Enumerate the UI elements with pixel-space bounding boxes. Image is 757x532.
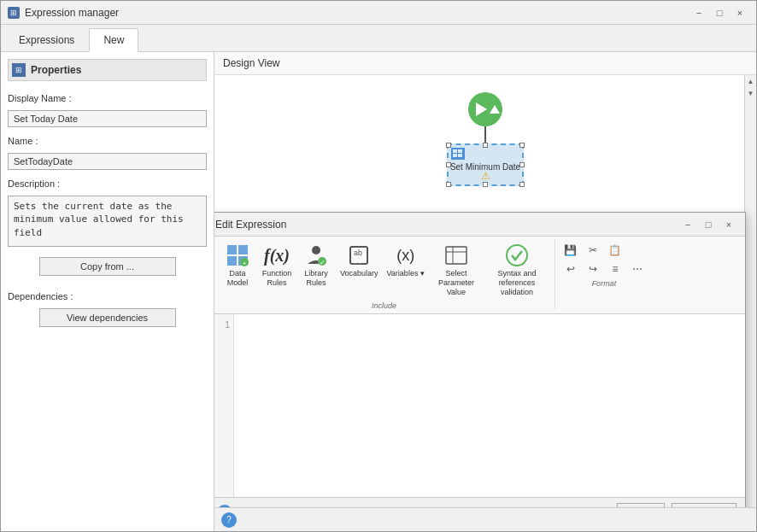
- data-model-icon: +: [224, 242, 251, 269]
- design-view-header: Design View: [214, 52, 756, 75]
- window-icon: ⊞: [8, 7, 20, 19]
- toolbar-syntax-validation[interactable]: Syntax and references validation: [484, 240, 549, 298]
- node-grid-icon: [453, 149, 463, 158]
- main-help-button[interactable]: ?: [221, 512, 237, 528]
- panel-title: Properties: [31, 64, 81, 76]
- bottom-bar: ?: [214, 507, 756, 531]
- vocabulary-label: Vocabulary: [340, 269, 378, 278]
- main-content: ⊞ Properties Display Name : Name : Descr…: [1, 52, 756, 531]
- svg-rect-4: [458, 154, 462, 157]
- resize-handle-bm[interactable]: [483, 182, 488, 187]
- svg-point-11: [312, 246, 320, 254]
- dialog-title: Edit Expression: [215, 219, 286, 231]
- copy-button[interactable]: 📋: [605, 242, 625, 259]
- toolbar-data-model[interactable]: + DataModel: [219, 240, 256, 298]
- title-bar: ⊞ Expression manager − □ ×: [1, 1, 756, 25]
- select-parameter-icon: [443, 242, 470, 269]
- resize-handle-bl[interactable]: [446, 182, 451, 187]
- resize-handle-mr[interactable]: [519, 162, 525, 167]
- title-controls: − □ ×: [690, 5, 749, 20]
- window-title: Expression manager: [25, 7, 119, 19]
- format-group: 💾 ✂ 📋 ↩ ↪ ≡ ⋯: [557, 240, 651, 310]
- library-rules-icon: ✓: [302, 242, 330, 269]
- svg-rect-17: [446, 247, 467, 264]
- view-dependencies-button[interactable]: View dependencies: [39, 308, 176, 327]
- resize-handle-tm[interactable]: [483, 143, 488, 148]
- resize-handle-br[interactable]: [519, 182, 525, 187]
- scroll-down-arrow[interactable]: ▼: [745, 87, 756, 99]
- cancel-button[interactable]: Cancel: [672, 503, 736, 507]
- editor-area: 1: [214, 314, 745, 497]
- svg-text:ab: ab: [354, 248, 362, 257]
- right-panel: Design View ▲ ▼: [214, 52, 756, 531]
- resize-handle-ml[interactable]: [446, 162, 451, 167]
- data-model-label: DataModel: [227, 269, 249, 288]
- code-editor[interactable]: [234, 314, 745, 497]
- dialog-controls: − □ ×: [678, 217, 738, 232]
- function-rules-label: FunctionRules: [262, 269, 292, 288]
- svg-point-20: [507, 245, 527, 266]
- svg-rect-1: [453, 149, 457, 153]
- close-button[interactable]: ×: [731, 5, 749, 20]
- display-name-label: Display Name :: [8, 93, 207, 103]
- svg-marker-0: [476, 102, 487, 116]
- include-group-label: Include: [372, 301, 396, 310]
- description-textarea[interactable]: Sets the current date as the minimum val…: [8, 196, 207, 247]
- svg-rect-7: [227, 256, 237, 266]
- minimize-button[interactable]: −: [690, 5, 708, 20]
- dialog-maximize-button[interactable]: □: [699, 217, 718, 232]
- description-label: Description :: [8, 178, 207, 189]
- design-scrollbar[interactable]: ▲ ▼: [744, 75, 756, 507]
- format-button[interactable]: ≡: [605, 260, 625, 278]
- footer-right: Ok Cancel: [617, 503, 736, 507]
- select-parameter-label: Select Parameter Value: [433, 269, 479, 296]
- svg-rect-3: [453, 154, 457, 157]
- resize-handle-tl[interactable]: [446, 143, 451, 148]
- toolbar-group-include: + DataModel f(x): [214, 240, 555, 310]
- tab-expressions[interactable]: Expressions: [4, 28, 89, 51]
- ok-button[interactable]: Ok: [617, 503, 665, 507]
- svg-rect-2: [458, 149, 462, 153]
- toolbar-vocabulary[interactable]: ab _ _ Vocabulary: [337, 240, 382, 298]
- main-window: ⊞ Expression manager − □ × Expressions N…: [0, 0, 757, 532]
- line-numbers: 1: [214, 314, 234, 497]
- dialog-footer: ? Ok Cancel: [214, 497, 745, 507]
- redo-button[interactable]: ↪: [583, 260, 603, 278]
- resize-handle-tr[interactable]: [519, 143, 525, 148]
- process-node[interactable]: Set Minimum Date ⚠: [447, 143, 524, 186]
- toolbar-select-parameter[interactable]: Select Parameter Value: [430, 240, 483, 298]
- connector-line-1: [484, 126, 486, 143]
- toolbar-function-rules[interactable]: f(x) FunctionRules: [258, 240, 296, 298]
- dialog-title-bar: Edit Expression − □ ×: [214, 213, 745, 237]
- display-name-input[interactable]: [8, 110, 207, 127]
- more-button[interactable]: ⋯: [627, 260, 648, 278]
- dependencies-label: Dependencies :: [8, 291, 207, 301]
- save-button[interactable]: 💾: [560, 242, 581, 259]
- panel-header: ⊞ Properties: [8, 59, 207, 81]
- tab-bar: Expressions New: [1, 25, 756, 52]
- dialog-minimize-button[interactable]: −: [678, 217, 697, 232]
- design-canvas: ▲ ▼: [214, 75, 756, 507]
- dialog-close-button[interactable]: ×: [719, 217, 738, 232]
- variables-label: Variables ▾: [387, 269, 425, 278]
- toolbar-library-rules[interactable]: ✓ LibraryRules: [297, 240, 335, 298]
- maximize-button[interactable]: □: [710, 5, 729, 20]
- syntax-validation-label: Syntax and references validation: [488, 269, 546, 296]
- scroll-up-arrow[interactable]: ▲: [745, 75, 756, 87]
- toolbar-variables[interactable]: (x) Variables ▾: [384, 240, 428, 298]
- dialog-help-button[interactable]: ?: [217, 505, 232, 507]
- undo-button[interactable]: ↩: [560, 260, 581, 278]
- name-input[interactable]: [8, 153, 207, 170]
- vocabulary-icon: ab _ _: [345, 242, 373, 269]
- properties-icon: ⊞: [12, 63, 26, 77]
- copy-from-button[interactable]: Copy from ...: [39, 257, 176, 276]
- footer-left: ?: [217, 505, 232, 507]
- svg-text:+: +: [243, 260, 247, 267]
- cut-button[interactable]: ✂: [583, 242, 603, 259]
- svg-rect-6: [238, 245, 248, 254]
- variables-icon: (x): [392, 242, 420, 269]
- line-number-1: 1: [214, 318, 230, 333]
- expression-toolbar: + DataModel f(x): [214, 237, 745, 314]
- title-bar-left: ⊞ Expression manager: [8, 7, 119, 19]
- tab-new[interactable]: New: [89, 28, 138, 52]
